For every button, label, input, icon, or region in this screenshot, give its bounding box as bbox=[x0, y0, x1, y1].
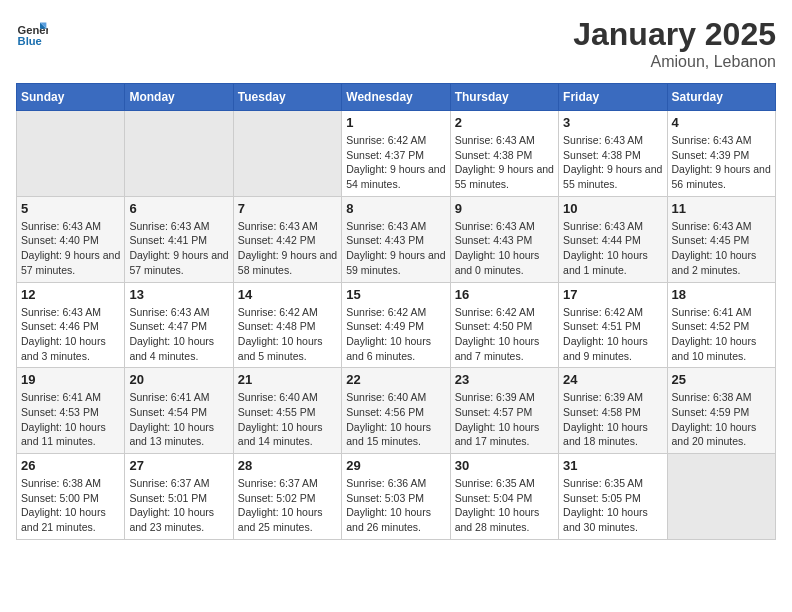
empty-cell bbox=[667, 454, 775, 540]
day-info-22: Sunrise: 6:40 AM Sunset: 4:56 PM Dayligh… bbox=[346, 390, 445, 449]
day-number-1: 1 bbox=[346, 115, 445, 130]
day-info-6: Sunrise: 6:43 AM Sunset: 4:41 PM Dayligh… bbox=[129, 219, 228, 278]
day-info-21: Sunrise: 6:40 AM Sunset: 4:55 PM Dayligh… bbox=[238, 390, 337, 449]
calendar-week-0: 1Sunrise: 6:42 AM Sunset: 4:37 PM Daylig… bbox=[17, 111, 776, 197]
calendar-day-17: 17Sunrise: 6:42 AM Sunset: 4:51 PM Dayli… bbox=[559, 282, 667, 368]
day-info-29: Sunrise: 6:36 AM Sunset: 5:03 PM Dayligh… bbox=[346, 476, 445, 535]
weekday-header-tuesday: Tuesday bbox=[233, 84, 341, 111]
day-number-24: 24 bbox=[563, 372, 662, 387]
day-info-9: Sunrise: 6:43 AM Sunset: 4:43 PM Dayligh… bbox=[455, 219, 554, 278]
day-number-31: 31 bbox=[563, 458, 662, 473]
day-number-18: 18 bbox=[672, 287, 771, 302]
calendar-day-6: 6Sunrise: 6:43 AM Sunset: 4:41 PM Daylig… bbox=[125, 196, 233, 282]
day-info-16: Sunrise: 6:42 AM Sunset: 4:50 PM Dayligh… bbox=[455, 305, 554, 364]
day-number-25: 25 bbox=[672, 372, 771, 387]
calendar-day-8: 8Sunrise: 6:43 AM Sunset: 4:43 PM Daylig… bbox=[342, 196, 450, 282]
calendar-day-14: 14Sunrise: 6:42 AM Sunset: 4:48 PM Dayli… bbox=[233, 282, 341, 368]
calendar-day-30: 30Sunrise: 6:35 AM Sunset: 5:04 PM Dayli… bbox=[450, 454, 558, 540]
day-number-13: 13 bbox=[129, 287, 228, 302]
day-info-30: Sunrise: 6:35 AM Sunset: 5:04 PM Dayligh… bbox=[455, 476, 554, 535]
day-info-8: Sunrise: 6:43 AM Sunset: 4:43 PM Dayligh… bbox=[346, 219, 445, 278]
day-number-15: 15 bbox=[346, 287, 445, 302]
day-info-20: Sunrise: 6:41 AM Sunset: 4:54 PM Dayligh… bbox=[129, 390, 228, 449]
day-number-14: 14 bbox=[238, 287, 337, 302]
calendar-day-26: 26Sunrise: 6:38 AM Sunset: 5:00 PM Dayli… bbox=[17, 454, 125, 540]
day-info-25: Sunrise: 6:38 AM Sunset: 4:59 PM Dayligh… bbox=[672, 390, 771, 449]
calendar-day-11: 11Sunrise: 6:43 AM Sunset: 4:45 PM Dayli… bbox=[667, 196, 775, 282]
day-number-20: 20 bbox=[129, 372, 228, 387]
calendar-day-31: 31Sunrise: 6:35 AM Sunset: 5:05 PM Dayli… bbox=[559, 454, 667, 540]
day-info-14: Sunrise: 6:42 AM Sunset: 4:48 PM Dayligh… bbox=[238, 305, 337, 364]
day-number-29: 29 bbox=[346, 458, 445, 473]
calendar-week-2: 12Sunrise: 6:43 AM Sunset: 4:46 PM Dayli… bbox=[17, 282, 776, 368]
calendar-table: SundayMondayTuesdayWednesdayThursdayFrid… bbox=[16, 83, 776, 540]
day-info-11: Sunrise: 6:43 AM Sunset: 4:45 PM Dayligh… bbox=[672, 219, 771, 278]
calendar-day-21: 21Sunrise: 6:40 AM Sunset: 4:55 PM Dayli… bbox=[233, 368, 341, 454]
day-info-5: Sunrise: 6:43 AM Sunset: 4:40 PM Dayligh… bbox=[21, 219, 120, 278]
day-number-11: 11 bbox=[672, 201, 771, 216]
day-info-12: Sunrise: 6:43 AM Sunset: 4:46 PM Dayligh… bbox=[21, 305, 120, 364]
day-number-17: 17 bbox=[563, 287, 662, 302]
day-info-23: Sunrise: 6:39 AM Sunset: 4:57 PM Dayligh… bbox=[455, 390, 554, 449]
day-number-30: 30 bbox=[455, 458, 554, 473]
empty-cell bbox=[233, 111, 341, 197]
calendar-day-23: 23Sunrise: 6:39 AM Sunset: 4:57 PM Dayli… bbox=[450, 368, 558, 454]
day-number-8: 8 bbox=[346, 201, 445, 216]
day-info-26: Sunrise: 6:38 AM Sunset: 5:00 PM Dayligh… bbox=[21, 476, 120, 535]
calendar-day-18: 18Sunrise: 6:41 AM Sunset: 4:52 PM Dayli… bbox=[667, 282, 775, 368]
calendar-week-3: 19Sunrise: 6:41 AM Sunset: 4:53 PM Dayli… bbox=[17, 368, 776, 454]
day-number-9: 9 bbox=[455, 201, 554, 216]
day-number-3: 3 bbox=[563, 115, 662, 130]
day-info-18: Sunrise: 6:41 AM Sunset: 4:52 PM Dayligh… bbox=[672, 305, 771, 364]
calendar-day-16: 16Sunrise: 6:42 AM Sunset: 4:50 PM Dayli… bbox=[450, 282, 558, 368]
calendar-day-28: 28Sunrise: 6:37 AM Sunset: 5:02 PM Dayli… bbox=[233, 454, 341, 540]
day-info-17: Sunrise: 6:42 AM Sunset: 4:51 PM Dayligh… bbox=[563, 305, 662, 364]
calendar-day-15: 15Sunrise: 6:42 AM Sunset: 4:49 PM Dayli… bbox=[342, 282, 450, 368]
calendar-day-5: 5Sunrise: 6:43 AM Sunset: 4:40 PM Daylig… bbox=[17, 196, 125, 282]
empty-cell bbox=[17, 111, 125, 197]
day-number-12: 12 bbox=[21, 287, 120, 302]
day-number-23: 23 bbox=[455, 372, 554, 387]
svg-text:Blue: Blue bbox=[18, 35, 42, 47]
weekday-header-thursday: Thursday bbox=[450, 84, 558, 111]
calendar-day-24: 24Sunrise: 6:39 AM Sunset: 4:58 PM Dayli… bbox=[559, 368, 667, 454]
calendar-day-22: 22Sunrise: 6:40 AM Sunset: 4:56 PM Dayli… bbox=[342, 368, 450, 454]
title-block: January 2025 Amioun, Lebanon bbox=[573, 16, 776, 71]
calendar-day-7: 7Sunrise: 6:43 AM Sunset: 4:42 PM Daylig… bbox=[233, 196, 341, 282]
calendar-day-13: 13Sunrise: 6:43 AM Sunset: 4:47 PM Dayli… bbox=[125, 282, 233, 368]
day-info-2: Sunrise: 6:43 AM Sunset: 4:38 PM Dayligh… bbox=[455, 133, 554, 192]
calendar-day-9: 9Sunrise: 6:43 AM Sunset: 4:43 PM Daylig… bbox=[450, 196, 558, 282]
calendar-day-25: 25Sunrise: 6:38 AM Sunset: 4:59 PM Dayli… bbox=[667, 368, 775, 454]
logo: General Blue bbox=[16, 16, 48, 48]
calendar-day-29: 29Sunrise: 6:36 AM Sunset: 5:03 PM Dayli… bbox=[342, 454, 450, 540]
day-number-19: 19 bbox=[21, 372, 120, 387]
weekday-header-row: SundayMondayTuesdayWednesdayThursdayFrid… bbox=[17, 84, 776, 111]
calendar-week-4: 26Sunrise: 6:38 AM Sunset: 5:00 PM Dayli… bbox=[17, 454, 776, 540]
day-number-10: 10 bbox=[563, 201, 662, 216]
day-number-4: 4 bbox=[672, 115, 771, 130]
weekday-header-friday: Friday bbox=[559, 84, 667, 111]
day-info-19: Sunrise: 6:41 AM Sunset: 4:53 PM Dayligh… bbox=[21, 390, 120, 449]
page-header: General Blue January 2025 Amioun, Lebano… bbox=[16, 16, 776, 71]
empty-cell bbox=[125, 111, 233, 197]
weekday-header-sunday: Sunday bbox=[17, 84, 125, 111]
calendar-day-12: 12Sunrise: 6:43 AM Sunset: 4:46 PM Dayli… bbox=[17, 282, 125, 368]
day-number-28: 28 bbox=[238, 458, 337, 473]
location-title: Amioun, Lebanon bbox=[573, 53, 776, 71]
day-info-31: Sunrise: 6:35 AM Sunset: 5:05 PM Dayligh… bbox=[563, 476, 662, 535]
day-number-7: 7 bbox=[238, 201, 337, 216]
day-number-21: 21 bbox=[238, 372, 337, 387]
weekday-header-monday: Monday bbox=[125, 84, 233, 111]
calendar-day-1: 1Sunrise: 6:42 AM Sunset: 4:37 PM Daylig… bbox=[342, 111, 450, 197]
day-number-26: 26 bbox=[21, 458, 120, 473]
month-title: January 2025 bbox=[573, 16, 776, 53]
day-info-4: Sunrise: 6:43 AM Sunset: 4:39 PM Dayligh… bbox=[672, 133, 771, 192]
calendar-day-3: 3Sunrise: 6:43 AM Sunset: 4:38 PM Daylig… bbox=[559, 111, 667, 197]
weekday-header-wednesday: Wednesday bbox=[342, 84, 450, 111]
day-number-6: 6 bbox=[129, 201, 228, 216]
day-number-16: 16 bbox=[455, 287, 554, 302]
day-info-24: Sunrise: 6:39 AM Sunset: 4:58 PM Dayligh… bbox=[563, 390, 662, 449]
calendar-day-4: 4Sunrise: 6:43 AM Sunset: 4:39 PM Daylig… bbox=[667, 111, 775, 197]
day-info-27: Sunrise: 6:37 AM Sunset: 5:01 PM Dayligh… bbox=[129, 476, 228, 535]
logo-icon: General Blue bbox=[16, 16, 48, 48]
